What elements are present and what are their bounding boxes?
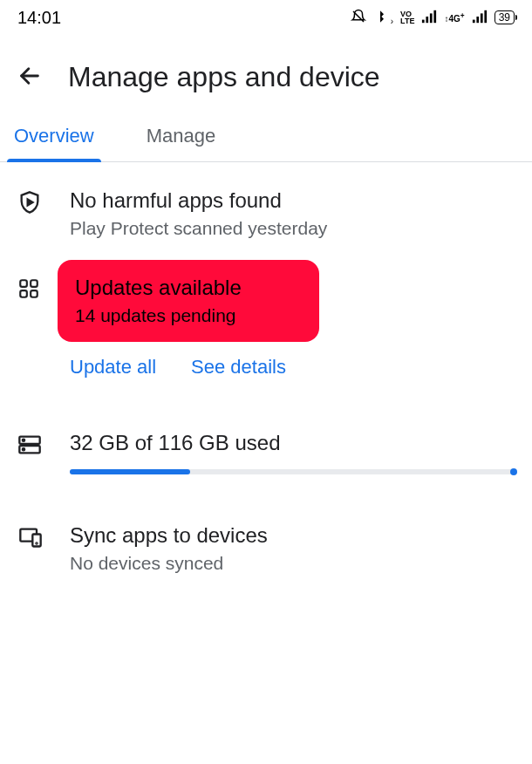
sync-section[interactable]: Sync apps to devices No devices synced: [17, 483, 515, 583]
storage-bar: [70, 469, 515, 474]
svg-rect-2: [430, 13, 433, 23]
tabs: Overview Manage: [0, 111, 532, 162]
header: Manage apps and device: [0, 35, 532, 111]
bluetooth-icon: ›: [373, 9, 393, 27]
storage-icon: [17, 431, 70, 474]
page-title: Manage apps and device: [68, 61, 380, 93]
sync-title: Sync apps to devices: [70, 523, 515, 548]
svg-rect-5: [476, 17, 479, 23]
svg-point-16: [23, 440, 24, 441]
tab-overview[interactable]: Overview: [7, 111, 115, 161]
tab-manage[interactable]: Manage: [147, 111, 237, 161]
svg-rect-4: [473, 19, 475, 23]
svg-rect-1: [426, 17, 429, 23]
updates-section: Updates available 14 updates pending Upd…: [17, 248, 515, 387]
devices-icon: [17, 523, 70, 574]
play-protect-title: No harmful apps found: [70, 188, 515, 213]
back-button[interactable]: [17, 64, 42, 92]
svg-marker-9: [28, 200, 33, 206]
status-time: 14:01: [17, 8, 61, 28]
updates-subtitle: 14 updates pending: [75, 305, 302, 326]
svg-rect-13: [31, 290, 38, 297]
sync-subtitle: No devices synced: [70, 553, 515, 574]
storage-section[interactable]: 32 GB of 116 GB used: [17, 387, 515, 483]
svg-rect-7: [484, 10, 487, 22]
updates-highlight[interactable]: Updates available 14 updates pending: [58, 260, 319, 342]
volte-icon: VO LTE: [400, 10, 414, 24]
status-bar: 14:01 › VO LTE ↕4G+ 39: [0, 0, 532, 35]
silent-icon: [351, 9, 366, 27]
signal-icon-2: [472, 9, 488, 27]
svg-point-20: [36, 542, 37, 543]
status-icons: › VO LTE ↕4G+ 39: [351, 9, 515, 27]
update-all-button[interactable]: Update all: [70, 356, 156, 379]
svg-point-17: [23, 448, 24, 450]
storage-title: 32 GB of 116 GB used: [70, 431, 515, 455]
svg-rect-6: [481, 13, 483, 23]
play-protect-section[interactable]: No harmful apps found Play Protect scann…: [17, 162, 515, 248]
battery-icon: 39: [494, 10, 515, 24]
svg-rect-0: [422, 19, 425, 23]
svg-rect-10: [20, 280, 27, 287]
updates-title: Updates available: [75, 276, 302, 300]
see-details-button[interactable]: See details: [191, 356, 286, 379]
network-4g-icon: ↕4G+: [444, 11, 464, 24]
svg-rect-3: [434, 10, 437, 22]
signal-icon: [421, 9, 437, 27]
shield-play-icon: [17, 188, 70, 239]
play-protect-subtitle: Play Protect scanned yesterday: [70, 218, 515, 239]
svg-rect-12: [20, 290, 27, 297]
svg-rect-11: [31, 280, 38, 287]
